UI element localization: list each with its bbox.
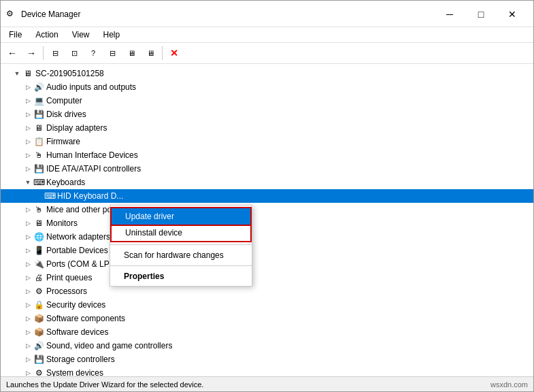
- toolbar-btn-6[interactable]: 🖥: [141, 45, 159, 61]
- toolbar-sep-2: [162, 46, 163, 60]
- toolbar-btn-2[interactable]: ⊡: [65, 45, 83, 61]
- ctx-properties[interactable]: Properties: [110, 268, 252, 284]
- tree-root-expand[interactable]: ▼: [12, 70, 22, 77]
- tree-item-portable[interactable]: ▷ 📱 Portable Devices: [1, 244, 533, 257]
- toolbar-btn-delete[interactable]: ✕: [165, 45, 183, 61]
- toolbar-back[interactable]: ←: [3, 45, 21, 61]
- status-text: Launches the Update Driver Wizard for th…: [6, 380, 203, 389]
- toolbar-btn-4[interactable]: ⊟: [103, 45, 121, 61]
- toolbar-btn-1[interactable]: ⊟: [46, 45, 64, 61]
- ctx-sep-1: [110, 244, 252, 245]
- tree-item-network[interactable]: ▷ 🌐 Network adapters: [1, 230, 533, 244]
- toolbar-forward[interactable]: →: [22, 45, 40, 61]
- ctx-uninstall-device[interactable]: Uninstall device: [112, 225, 250, 241]
- tree-item-mice[interactable]: ▷ 🖱 Mice and other pointing devices: [1, 203, 533, 216]
- context-menu-red-box: Update driver Uninstall device: [110, 207, 252, 242]
- menu-help[interactable]: Help: [98, 29, 126, 41]
- status-bar: Launches the Update Driver Wizard for th…: [1, 376, 533, 391]
- ctx-uninstall-label: Uninstall device: [125, 228, 182, 238]
- ctx-update-driver-label: Update driver: [125, 212, 174, 221]
- toolbar-btn-3[interactable]: ?: [84, 45, 102, 61]
- tree-root[interactable]: ▼ 🖥 SC-201905101258: [1, 67, 533, 80]
- tree-item-sound[interactable]: ▷ 🔊 Sound, video and game controllers: [1, 339, 533, 353]
- tree-item-print[interactable]: ▷ 🖨 Print queues: [1, 271, 533, 284]
- tree-item-firmware[interactable]: ▷ 📋 Firmware: [1, 135, 533, 148]
- context-menu: Update driver Uninstall device Scan for …: [110, 205, 252, 287]
- tree-item-system[interactable]: ▷ ⚙ System devices: [1, 366, 533, 376]
- menu-file[interactable]: File: [3, 29, 27, 41]
- maximize-button[interactable]: □: [465, 5, 497, 24]
- minimize-button[interactable]: ─: [434, 5, 465, 24]
- title-bar-left: ⚙ Device Manager: [6, 9, 80, 20]
- menu-action[interactable]: Action: [30, 29, 63, 41]
- ctx-sep-2: [110, 265, 252, 266]
- title-controls: ─ □ ✕: [434, 5, 528, 24]
- toolbar-btn-5[interactable]: 🖥: [122, 45, 140, 61]
- tree-item-hid[interactable]: ▷ 🖱 Human Interface Devices: [1, 148, 533, 162]
- toolbar-sep-1: [43, 46, 44, 60]
- close-button[interactable]: ✕: [497, 5, 528, 24]
- content-area: ▼ 🖥 SC-201905101258 ▷ 🔊 Audio inputs and…: [1, 64, 533, 376]
- tree-root-icon: 🖥: [22, 68, 33, 79]
- window-title: Device Manager: [21, 10, 80, 19]
- tree-item-computer[interactable]: ▷ 💻 Computer: [1, 94, 533, 108]
- tree-item-hid-keyboard[interactable]: ⌨ HID Keyboard D...: [1, 189, 533, 203]
- tree-expand[interactable]: ▷: [22, 84, 33, 91]
- tree-item-sw-devices[interactable]: ▷ 📦 Software devices: [1, 325, 533, 339]
- menu-bar: File Action View Help: [1, 27, 533, 43]
- tree-item-storage[interactable]: ▷ 💾 Storage controllers: [1, 353, 533, 366]
- tree-item-processors[interactable]: ▷ ⚙ Processors: [1, 284, 533, 298]
- toolbar: ← → ⊟ ⊡ ? ⊟ 🖥 🖥 ✕: [1, 43, 533, 64]
- tree-icon-audio: 🔊: [33, 82, 44, 93]
- tree-item-ide[interactable]: ▷ 💾 IDE ATA/ATAPI controllers: [1, 162, 533, 176]
- tree-item-keyboards[interactable]: ▼ ⌨ Keyboards: [1, 176, 533, 189]
- tree-item-monitors[interactable]: ▷ 🖥 Monitors: [1, 216, 533, 230]
- tree-view[interactable]: ▼ 🖥 SC-201905101258 ▷ 🔊 Audio inputs and…: [1, 64, 533, 376]
- tree-item-disk[interactable]: ▷ 💾 Disk drives: [1, 108, 533, 121]
- tree-item-ports[interactable]: ▷ 🔌 Ports (COM & LPT): [1, 257, 533, 271]
- tree-item-audio[interactable]: ▷ 🔊 Audio inputs and outputs: [1, 80, 533, 94]
- tree-item-security[interactable]: ▷ 🔒 Security devices: [1, 298, 533, 312]
- ctx-properties-label: Properties: [124, 272, 164, 281]
- tree-root-label: SC-201905101258: [35, 69, 104, 78]
- ctx-scan-label: Scan for hardware changes: [124, 250, 224, 260]
- status-brand: wsxdn.com: [490, 380, 528, 389]
- menu-view[interactable]: View: [67, 29, 95, 41]
- tree-item-display[interactable]: ▷ 🖥 Display adapters: [1, 121, 533, 135]
- tree-label-audio: Audio inputs and outputs: [46, 82, 136, 92]
- device-manager-window: ⚙ Device Manager ─ □ ✕ File Action View …: [0, 0, 534, 392]
- ctx-scan-hardware[interactable]: Scan for hardware changes: [110, 247, 252, 263]
- ctx-update-driver[interactable]: Update driver: [112, 208, 250, 225]
- window-icon: ⚙: [6, 9, 17, 20]
- title-bar: ⚙ Device Manager ─ □ ✕: [1, 1, 533, 27]
- tree-item-sw-components[interactable]: ▷ 📦 Software components: [1, 312, 533, 325]
